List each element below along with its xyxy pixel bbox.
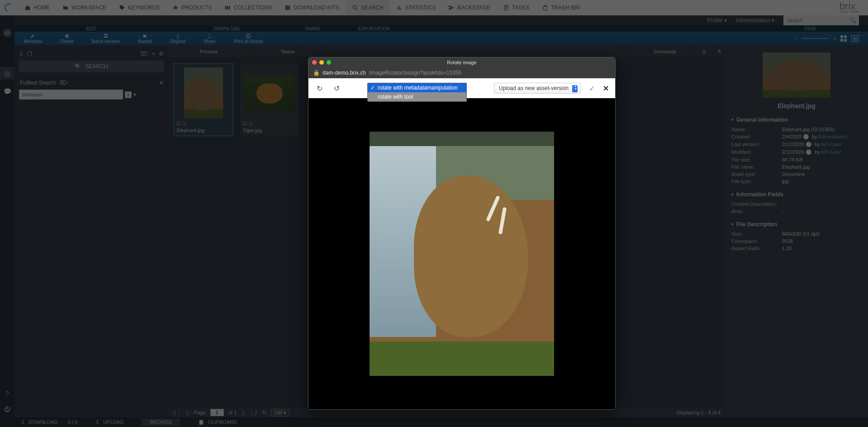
rotate-cw-icon[interactable]: ↻	[315, 84, 324, 93]
rotate-popup: Rotate image 🔒 dam-demo.brix.ch/imageRot…	[308, 57, 616, 410]
dropdown-option[interactable]: rotate with metadatamanipulation	[368, 83, 466, 92]
close-window-icon[interactable]	[312, 60, 317, 65]
maximize-window-icon[interactable]	[327, 60, 331, 65]
popup-urlbar: 🔒 dam-demo.brix.ch/imageRotator/assign?a…	[308, 67, 615, 78]
cancel-icon[interactable]: ✕	[603, 84, 609, 93]
rotated-image	[370, 132, 554, 376]
minimize-window-icon[interactable]	[319, 60, 324, 65]
popup-image-area	[308, 98, 615, 409]
rotate-mode-dropdown[interactable]: rotate with metadatamanipulation rotate …	[367, 83, 467, 102]
window-controls[interactable]	[312, 60, 331, 65]
rotate-ccw-icon[interactable]: ↺	[332, 84, 341, 93]
upload-version-select[interactable]: Upload as new asset-version	[494, 83, 581, 94]
popup-titlebar[interactable]: Rotate image	[308, 57, 615, 67]
popup-title: Rotate image	[447, 60, 476, 65]
lock-icon: 🔒	[313, 70, 320, 76]
confirm-icon[interactable]: ✓	[589, 84, 595, 93]
popup-url-rest: /imageRotator/assign?assetIds=15355	[369, 70, 461, 76]
popup-toolbar: ↻ ↺ rotate with metadatamanipulation rot…	[308, 78, 615, 98]
dropdown-option[interactable]: rotate with tool	[368, 92, 466, 101]
upload-version-label: Upload as new asset-version	[499, 85, 569, 91]
popup-url-domain: dam-demo.brix.ch	[323, 70, 366, 76]
